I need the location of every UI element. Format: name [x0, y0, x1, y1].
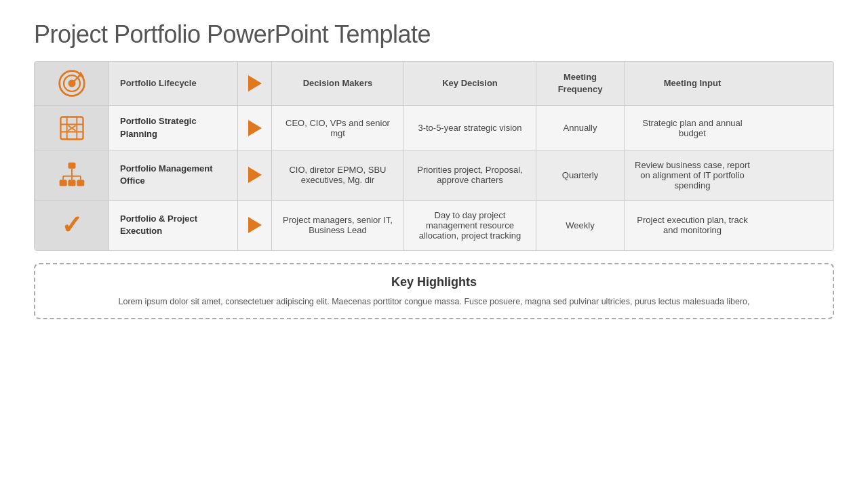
- svg-rect-12: [68, 163, 75, 169]
- highlights-text: Lorem ipsum dolor sit amet, consectetuer…: [56, 295, 812, 308]
- row2-name: Portfolio Management Office: [109, 150, 238, 200]
- row1-meeting-input: Strategic plan and annual budget: [625, 106, 760, 149]
- row3-arrow: [238, 201, 272, 250]
- header-key-decision: Key Decision: [404, 62, 536, 105]
- row2-arrow-icon: [248, 167, 262, 183]
- row2-key-decision: Priorities project, Proposal, approve ch…: [404, 150, 536, 200]
- row3-meeting-input: Project execution plan, track and monito…: [625, 201, 760, 250]
- row3-name: Portfolio & Project Execution: [109, 201, 238, 250]
- header-meeting-input: Meeting Input: [625, 62, 760, 105]
- highlights-box: Key Highlights Lorem ipsum dolor sit ame…: [34, 263, 834, 319]
- portfolio-table: Portfolio Lifecycle Decision Makers Key …: [34, 61, 834, 251]
- table-row: Portfolio Strategic Planning CEO, CIO, V…: [35, 106, 833, 150]
- header-arrow-cell: [238, 62, 272, 105]
- row3-key-decision: Day to day project management resource a…: [404, 201, 536, 250]
- row2-meeting-input: Review business case, report on alignmen…: [625, 150, 760, 200]
- row2-decision-makers: CIO, diretor EPMO, SBU executives, Mg. d…: [272, 150, 404, 200]
- row1-decision-makers: CEO, CIO, VPs and senior mgt: [272, 106, 404, 149]
- strategic-planning-icon-cell: [35, 106, 109, 149]
- page-title: Project Portfolio PowerPoint Template: [34, 20, 834, 49]
- table-row: ✓ Portfolio & Project Execution Project …: [35, 201, 833, 250]
- table-header-row: Portfolio Lifecycle Decision Makers Key …: [35, 62, 833, 106]
- table-row: Portfolio Management Office CIO, diretor…: [35, 150, 833, 201]
- checkmark-icon: ✓: [61, 212, 83, 238]
- header-arrow-icon: [248, 75, 262, 92]
- row1-arrow: [238, 106, 272, 149]
- row3-decision-makers: Project managers, senior IT, Business Le…: [272, 201, 404, 250]
- management-office-icon: [57, 160, 87, 190]
- row1-key-decision: 3-to-5-year strategic vision: [404, 106, 536, 149]
- row1-name: Portfolio Strategic Planning: [109, 106, 238, 149]
- highlights-title: Key Highlights: [56, 275, 812, 289]
- row2-meeting-frequency: Quarterly: [536, 150, 625, 200]
- row3-arrow-icon: [248, 217, 262, 233]
- strategic-planning-icon: [57, 113, 87, 143]
- row3-meeting-frequency: Weekly: [536, 201, 625, 250]
- row2-arrow: [238, 150, 272, 200]
- header-decision-makers: Decision Makers: [272, 62, 404, 105]
- management-office-icon-cell: [35, 150, 109, 200]
- execution-icon-cell: ✓: [35, 201, 109, 250]
- header-lifecycle-label: Portfolio Lifecycle: [109, 62, 238, 105]
- target-icon: [57, 68, 87, 98]
- svg-rect-15: [77, 180, 84, 186]
- row1-meeting-frequency: Annually: [536, 106, 625, 149]
- header-icon-cell: [35, 62, 109, 105]
- row1-arrow-icon: [248, 120, 262, 136]
- svg-rect-14: [68, 180, 75, 186]
- svg-rect-13: [59, 180, 66, 186]
- header-meeting-frequency: Meeting Frequency: [536, 62, 625, 105]
